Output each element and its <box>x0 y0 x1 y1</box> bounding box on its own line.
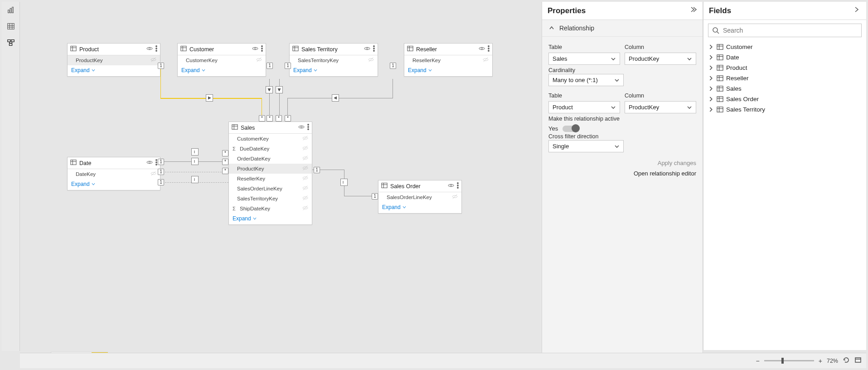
expand-link[interactable]: Expand <box>229 214 312 224</box>
field-table-sales[interactable]: Sales <box>707 83 863 94</box>
zoom-in-button[interactable]: + <box>819 357 822 365</box>
zoom-slider[interactable] <box>764 360 814 361</box>
visibility-icon[interactable] <box>364 45 370 53</box>
hide-column-icon[interactable] <box>368 57 374 64</box>
hide-column-icon[interactable] <box>150 57 156 64</box>
svg-line-77 <box>717 32 719 34</box>
visibility-icon[interactable] <box>448 182 454 190</box>
svg-point-74 <box>457 187 459 189</box>
hide-column-icon[interactable] <box>302 145 308 152</box>
table-icon <box>292 45 299 53</box>
select-cardinality[interactable]: Many to one (*:1) <box>548 74 624 86</box>
column-row[interactable]: OrderDateKey <box>229 154 312 164</box>
select-table2[interactable]: Product <box>548 101 620 113</box>
relationship-line[interactable] <box>160 66 161 98</box>
hide-column-icon[interactable] <box>302 205 308 212</box>
column-row[interactable]: ProductKey <box>68 55 160 65</box>
expand-link[interactable]: Expand <box>378 202 461 213</box>
fit-to-screen-icon[interactable] <box>854 356 862 365</box>
column-row[interactable]: SalesOrderLineKey <box>378 192 461 202</box>
column-row[interactable]: DateKey <box>68 169 160 179</box>
field-table-customer[interactable]: Customer <box>707 42 863 52</box>
svg-point-16 <box>149 48 150 49</box>
visibility-icon[interactable] <box>252 45 258 53</box>
table-card-date[interactable]: Date DateKey Expand <box>67 157 160 190</box>
more-icon[interactable] <box>457 182 459 190</box>
toggle-active[interactable] <box>563 126 579 132</box>
visibility-icon[interactable] <box>146 159 153 167</box>
field-table-salesorder[interactable]: Sales Order <box>707 94 863 104</box>
hide-column-icon[interactable] <box>256 57 262 64</box>
table-card-territory[interactable]: Sales Territory SalesTerritoryKey Expand <box>289 43 378 77</box>
hide-column-icon[interactable] <box>150 170 156 178</box>
report-view-icon[interactable] <box>6 5 15 15</box>
expand-link[interactable]: Expand <box>68 179 160 190</box>
select-column1[interactable]: ProductKey <box>625 53 696 65</box>
column-row[interactable]: CustomerKey <box>229 134 312 144</box>
hide-column-icon[interactable] <box>302 195 308 202</box>
hide-column-icon[interactable] <box>483 57 489 64</box>
field-table-product[interactable]: Product <box>707 63 863 73</box>
svg-point-50 <box>156 162 157 163</box>
field-table-territory[interactable]: Sales Territory <box>707 104 863 115</box>
column-row[interactable]: ProductKey <box>229 164 312 174</box>
more-icon[interactable] <box>373 45 375 53</box>
hide-column-icon[interactable] <box>302 155 308 162</box>
table-icon <box>381 182 388 190</box>
table-card-reseller[interactable]: Reseller ResellerKey Expand <box>404 43 493 77</box>
column-row[interactable]: CustomerKey <box>178 55 266 65</box>
fields-search[interactable] <box>708 24 862 37</box>
column-row[interactable]: SalesTerritoryKey <box>229 194 312 204</box>
relationship-line-inactive[interactable] <box>160 172 228 172</box>
visibility-icon[interactable] <box>298 124 305 131</box>
more-icon[interactable] <box>488 45 490 53</box>
visibility-icon[interactable] <box>479 45 485 53</box>
column-row[interactable]: SalesTerritoryKey <box>290 55 378 65</box>
fields-header: Fields <box>703 2 866 20</box>
hide-column-icon[interactable] <box>302 135 308 142</box>
svg-point-18 <box>156 48 157 49</box>
expand-link[interactable]: Expand <box>290 65 378 76</box>
select-column2[interactable]: ProductKey <box>625 101 696 113</box>
hide-column-icon[interactable] <box>302 185 308 192</box>
more-icon[interactable] <box>155 159 157 167</box>
search-input[interactable] <box>723 27 858 34</box>
collapse-panel-icon[interactable] <box>689 5 697 16</box>
zoom-reset-icon[interactable] <box>843 356 850 365</box>
hide-column-icon[interactable] <box>302 175 308 182</box>
relationship-line[interactable] <box>287 98 393 98</box>
column-row[interactable]: SalesOrderLineKey <box>229 184 312 194</box>
relationship-line[interactable] <box>393 79 393 98</box>
table-card-product[interactable]: Product ProductKey Expand <box>67 43 160 77</box>
table-card-sales[interactable]: Sales CustomerKey ΣDueDateKey OrderDateK… <box>228 122 312 225</box>
hide-column-icon[interactable] <box>302 165 308 172</box>
svg-point-71 <box>450 185 452 186</box>
expand-link[interactable]: Expand <box>178 65 266 76</box>
hide-column-icon[interactable] <box>452 194 458 201</box>
column-row[interactable]: ΣDueDateKey <box>229 144 312 154</box>
svg-point-59 <box>308 129 309 130</box>
column-row[interactable]: ΣShipDateKey <box>229 204 312 214</box>
svg-point-49 <box>156 160 157 161</box>
svg-rect-9 <box>11 40 14 42</box>
expand-link[interactable]: Expand <box>404 65 492 76</box>
model-view-icon[interactable] <box>6 38 15 47</box>
select-crossfilter[interactable]: Single <box>548 140 624 152</box>
section-relationship[interactable]: Relationship <box>542 20 703 37</box>
field-table-reseller[interactable]: Reseller <box>707 73 863 83</box>
open-editor-link[interactable]: Open relationship editor <box>548 170 696 177</box>
column-row[interactable]: ResellerKey <box>229 174 312 184</box>
visibility-icon[interactable] <box>146 45 153 53</box>
collapse-panel-icon[interactable] <box>853 5 861 16</box>
table-card-salesorder[interactable]: Sales Order SalesOrderLineKey Expand <box>378 180 462 214</box>
field-table-date[interactable]: Date <box>707 52 863 63</box>
select-table1[interactable]: Sales <box>548 53 620 65</box>
more-icon[interactable] <box>155 45 157 53</box>
data-view-icon[interactable] <box>6 22 15 31</box>
more-icon[interactable] <box>307 124 309 131</box>
more-icon[interactable] <box>261 45 263 53</box>
zoom-out-button[interactable]: − <box>756 357 760 365</box>
column-row[interactable]: ResellerKey <box>404 55 492 65</box>
table-card-customer[interactable]: Customer CustomerKey Expand <box>177 43 266 77</box>
expand-link[interactable]: Expand <box>68 65 160 76</box>
